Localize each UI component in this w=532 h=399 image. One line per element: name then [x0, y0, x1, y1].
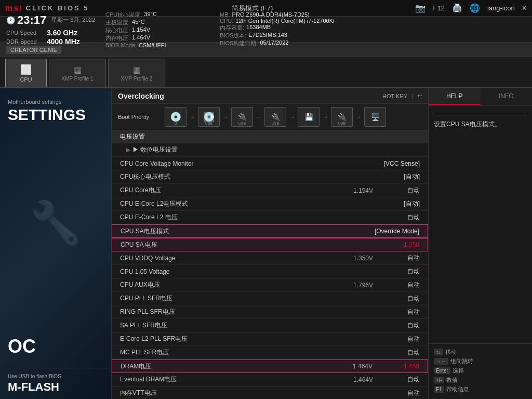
tab-help[interactable]: HELP	[429, 88, 481, 105]
settings-row[interactable]: CPU E-Core L2 电压自动	[112, 211, 428, 224]
sysinfo-val: 1.154V	[132, 26, 150, 34]
boot-device-2[interactable]: 🔌USB	[231, 107, 253, 127]
left-sidebar: 🔧 Motherboard settings SETTINGS OC Use U…	[0, 88, 112, 399]
settings-row-value: [Override Mode]	[375, 228, 419, 235]
boot-device-1[interactable]: 💽USB	[198, 107, 220, 127]
key-hint: F1	[434, 386, 444, 393]
settings-row-name: RING PLL SFR电压	[120, 308, 378, 316]
digital-section-row[interactable]: ▶ ▶ 数位电压设置	[112, 143, 428, 157]
tab-cpu[interactable]: ⬜ CPU	[5, 59, 47, 87]
sidebar-settings-title: SETTINGS	[8, 107, 103, 123]
settings-row-value-left: 1.464V	[331, 376, 373, 383]
settings-row-value-left: 1.464V	[331, 363, 373, 370]
settings-row[interactable]: CPU SA电压模式[Override Mode]	[112, 224, 428, 238]
hotkey-label: HOT KEY	[382, 93, 407, 99]
sidebar-settings-section: Motherboard settings SETTINGS	[0, 88, 111, 128]
sysinfo-item: BIOS Mode:CSM/UEFI	[105, 42, 209, 48]
settings-row[interactable]: RING PLL SFR电压自动	[112, 305, 428, 319]
settings-row[interactable]: SA PLL SFR电压自动	[112, 319, 428, 332]
settings-row-value: 自动	[378, 321, 420, 330]
boot-device-4[interactable]: 💾	[298, 107, 320, 127]
footer-row: →←组间跳转	[434, 357, 527, 365]
sysinfo-key: MB:	[220, 11, 230, 18]
settings-row[interactable]: MC PLL SFR电压自动	[112, 346, 428, 360]
creator-genie-label[interactable]: CREATOR GENIE	[6, 46, 61, 54]
settings-row-value: 自动	[378, 348, 420, 357]
settings-row[interactable]: CPU PLL SFR电压自动	[112, 292, 428, 305]
key-hint: +/-	[434, 377, 444, 383]
settings-row-name: CPU核心电压模式	[120, 172, 378, 181]
boot-arrow-1: →	[189, 113, 196, 121]
lang-label[interactable]: lang-icon	[487, 4, 515, 12]
footer-row: ↑↓移动	[434, 348, 527, 356]
cpu-speed-row: CPU Speed 3.60 GHz	[6, 29, 95, 37]
settings-row-name: 内存VTT电压	[120, 389, 378, 397]
sidebar-oc-title: OC	[8, 336, 103, 357]
bios-title: CLICK BIOS 5	[26, 4, 89, 12]
settings-row[interactable]: CPU AUX电压1.796V自动	[112, 278, 428, 292]
key-desc: 选择	[453, 367, 464, 375]
boot-device-0[interactable]: 💿U	[165, 107, 187, 127]
settings-row[interactable]: CPU核心电压模式[自动]	[112, 170, 428, 184]
settings-row[interactable]: CPU Core电压1.154V自动	[112, 184, 428, 197]
tab-xmp2[interactable]: ▦ XMP Profile 2	[108, 59, 165, 87]
settings-row[interactable]: DRAM电压1.464V1.450	[112, 360, 428, 373]
mflash-title: M-FLASH	[8, 380, 103, 394]
sysinfo-item: CPU:12th Gen Intel(R) Core(TM) i7-12700K…	[220, 18, 526, 24]
settings-row[interactable]: Eventual DRAM电压1.464V自动	[112, 373, 428, 387]
footer-row: F1帮助信息	[434, 385, 527, 393]
sysinfo-val: CSM/UEFI	[139, 42, 166, 48]
header-date: 星期一 6月, 2022	[51, 16, 95, 24]
tab-xmp1[interactable]: ▦ XMP Profile 1	[49, 59, 106, 87]
settings-row-name: MC PLL SFR电压	[120, 348, 378, 357]
boot-device-6[interactable]: 🖥️	[364, 107, 386, 127]
settings-row-value-left: 1.796V	[331, 282, 373, 289]
clock-icon: 🕐	[6, 16, 15, 24]
settings-row[interactable]: CPU Core Voltage Monitor[VCC Sense]	[112, 157, 428, 170]
expand-arrow-icon: ▶	[126, 147, 130, 153]
clock-section: 🕐 23:17 星期一 6月, 2022 CPU Speed 3.60 GHz …	[6, 14, 95, 46]
xmp2-tab-label: XMP Profile 2	[121, 76, 153, 82]
key-hint: →←	[434, 358, 448, 365]
settings-row[interactable]: 内存VTT电压自动	[112, 387, 428, 399]
settings-row-name: CPU Core电压	[120, 186, 331, 195]
hotkey-divider: |	[411, 93, 413, 99]
settings-row-value: 自动	[378, 267, 420, 276]
settings-row[interactable]: CPU VDDQ Voltage1.350V自动	[112, 251, 428, 265]
sidebar-oc-section[interactable]: OC	[0, 325, 111, 368]
sysinfo-item: BIOS版本:E7D25IMS.143	[220, 32, 526, 39]
settings-row[interactable]: CPU 1.05 Voltage自动	[112, 265, 428, 278]
settings-row-value: 自动	[378, 213, 420, 222]
screenshot-key[interactable]: F12	[433, 4, 444, 12]
help-text: 设置CPU SA电压模式。	[434, 121, 501, 128]
settings-row[interactable]: E-Core L2 PLL SFR电压自动	[112, 332, 428, 346]
cpu-tab-icon: ⬜	[20, 64, 32, 75]
sysinfo-key: 内存电压:	[105, 34, 130, 42]
boot-arrow-5: →	[322, 113, 329, 121]
settings-row-name: CPU PLL SFR电压	[120, 294, 378, 303]
sidebar-settings-label: Motherboard settings	[8, 99, 103, 105]
right-tabs: HELP INFO	[429, 88, 532, 105]
key-desc: 移动	[445, 348, 457, 356]
settings-row[interactable]: CPU SA 电压1.350	[112, 238, 428, 251]
tab-info[interactable]: INFO	[481, 88, 533, 105]
voltage-section-header: 电压设置	[112, 130, 428, 143]
oc-title: Overclocking	[118, 92, 164, 100]
right-divider	[434, 115, 527, 115]
main-layout: 🔧 Motherboard settings SETTINGS OC Use U…	[0, 88, 532, 399]
sysinfo-key: 核心电压:	[105, 26, 130, 34]
settings-row-value: [自动]	[378, 172, 420, 181]
settings-row[interactable]: CPU E-Core L2电压模式[自动]	[112, 197, 428, 211]
settings-row-name: CPU E-Core L2电压模式	[120, 200, 378, 208]
right-panel: HELP INFO 设置CPU SA电压模式。 ↑↓移动→←组间跳转Enter选…	[428, 88, 532, 399]
sidebar-mflash-section[interactable]: Use USB to flash BIOS M-FLASH	[0, 368, 111, 399]
back-icon[interactable]: ↩	[417, 92, 422, 99]
boot-device-5[interactable]: 🔌USB	[331, 107, 353, 127]
sysinfo-key: 主板温度:	[105, 19, 130, 26]
cpu-speed-label: CPU Speed	[6, 30, 43, 36]
boot-priority-section: Boot Priority 💿U → 💽USB → 🔌USB → 🔌USB → …	[112, 104, 428, 130]
boot-device-3[interactable]: 🔌USB	[264, 107, 286, 127]
header-time: 23:17	[17, 14, 46, 27]
settings-row-name: CPU SA 电压	[121, 241, 378, 249]
sysinfo-right: MB:PRO Z690-A DDR4(MS-7D25)CPU:12th Gen …	[220, 11, 526, 47]
